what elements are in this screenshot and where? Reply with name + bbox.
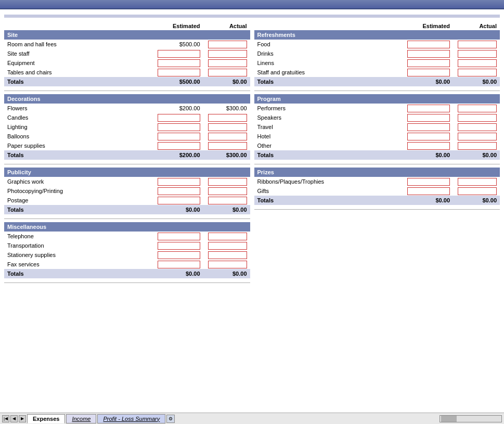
table-row: Other xyxy=(254,141,500,150)
row-actual xyxy=(203,68,250,77)
actual-input[interactable] xyxy=(208,197,247,204)
actual-input[interactable] xyxy=(458,114,497,122)
actual-input[interactable] xyxy=(458,50,497,58)
row-estimated xyxy=(151,132,203,141)
estimated-input[interactable] xyxy=(158,187,200,195)
estimated-input[interactable] xyxy=(407,187,450,195)
estimated-input[interactable] xyxy=(407,69,450,76)
estimated-input[interactable] xyxy=(158,59,200,67)
actual-input[interactable] xyxy=(208,261,247,268)
estimated-input[interactable] xyxy=(158,197,200,204)
actual-input[interactable] xyxy=(208,123,247,131)
estimated-input[interactable] xyxy=(407,50,450,58)
table-row: Speakers xyxy=(254,113,500,122)
row-label: Other xyxy=(254,141,402,150)
estimated-input[interactable] xyxy=(407,114,450,122)
row-estimated: $500.00 xyxy=(151,40,203,49)
estimated-input[interactable] xyxy=(158,114,200,122)
actual-input[interactable] xyxy=(208,133,247,140)
actual-input[interactable] xyxy=(458,59,497,67)
row-label: Linens xyxy=(254,58,402,68)
estimated-input[interactable] xyxy=(158,251,200,259)
estimated-input[interactable] xyxy=(407,41,450,48)
estimated-input[interactable] xyxy=(407,105,450,112)
row-label: Performers xyxy=(254,104,402,113)
row-estimated xyxy=(401,132,453,141)
actual-input[interactable] xyxy=(458,105,497,112)
category-header: Publicity xyxy=(4,168,250,177)
estimated-input[interactable] xyxy=(158,242,200,250)
actual-input[interactable] xyxy=(458,142,497,150)
estimated-input[interactable] xyxy=(158,50,200,58)
row-label: Paper supplies xyxy=(4,141,151,150)
category-table: DecorationsFlowers$200.00$300.00CandlesL… xyxy=(4,94,250,160)
actual-input[interactable] xyxy=(208,69,247,76)
actual-input[interactable] xyxy=(208,114,247,122)
actual-input[interactable] xyxy=(458,178,497,186)
estimated-input[interactable] xyxy=(407,133,450,140)
actual-input[interactable] xyxy=(458,123,497,131)
actual-input[interactable] xyxy=(208,142,247,150)
actual-input[interactable] xyxy=(208,242,247,250)
totals-actual: $300.00 xyxy=(203,150,250,160)
estimated-input[interactable] xyxy=(158,233,200,240)
actual-input[interactable] xyxy=(458,187,497,195)
totals-actual: $0.00 xyxy=(453,196,500,205)
category-table: EstimatedActualSiteRoom and hall fees$50… xyxy=(4,22,250,86)
table-row: Stationery supplies xyxy=(4,250,250,260)
tab-profit-loss[interactable]: Profit - Loss Summary xyxy=(97,414,165,423)
totals-row: Totals$0.00$0.00 xyxy=(4,269,250,278)
totals-row: Totals$0.00$0.00 xyxy=(254,77,500,86)
estimated-input[interactable] xyxy=(407,123,450,131)
category-header-row: Publicity xyxy=(4,168,250,177)
category-header: Miscellaneous xyxy=(4,222,250,232)
row-label: Ribbons/Plaques/Trophies xyxy=(254,177,402,186)
row-estimated xyxy=(401,104,453,113)
row-estimated xyxy=(401,113,453,122)
actual-input[interactable] xyxy=(208,233,247,240)
row-estimated xyxy=(151,186,203,196)
tab-nav-prev[interactable]: ◀ xyxy=(10,415,18,422)
actual-input[interactable] xyxy=(458,133,497,140)
tab-nav-next[interactable]: ▶ xyxy=(19,415,26,422)
actual-input[interactable] xyxy=(208,41,247,48)
table-row: Drinks xyxy=(254,49,500,58)
table-row: Fax services xyxy=(4,260,250,269)
category-header: Site xyxy=(4,30,250,40)
row-label: Equipment xyxy=(4,58,151,68)
category-table: PrizesRibbons/Plaques/TrophiesGiftsTotal… xyxy=(254,168,500,205)
row-actual xyxy=(203,141,250,150)
estimated-input[interactable] xyxy=(158,133,200,140)
totals-row: Totals$0.00$0.00 xyxy=(254,150,500,160)
actual-input[interactable] xyxy=(208,50,247,58)
row-actual xyxy=(453,113,500,122)
tab-nav-first[interactable]: |◀ xyxy=(2,415,9,422)
row-estimated xyxy=(401,58,453,68)
row-label: Fax services xyxy=(4,260,151,269)
row-estimated xyxy=(151,260,203,269)
scrollbar-area xyxy=(177,415,502,422)
estimated-input[interactable] xyxy=(158,69,200,76)
actual-input[interactable] xyxy=(458,41,497,48)
row-actual xyxy=(453,141,500,150)
estimated-input[interactable] xyxy=(158,142,200,150)
estimated-input[interactable] xyxy=(158,261,200,268)
actual-input[interactable] xyxy=(208,178,247,186)
tab-expenses[interactable]: Expenses xyxy=(27,414,65,423)
actual-input[interactable] xyxy=(208,187,247,195)
actual-input[interactable] xyxy=(458,69,497,76)
totals-estimated: $0.00 xyxy=(401,196,453,205)
actual-input[interactable] xyxy=(208,251,247,259)
actual-input[interactable] xyxy=(208,59,247,67)
estimated-input[interactable] xyxy=(158,123,200,131)
horizontal-scrollbar[interactable] xyxy=(440,415,502,422)
col-header-actual: Actual xyxy=(453,22,500,30)
estimated-input[interactable] xyxy=(407,59,450,67)
tab-income[interactable]: Income xyxy=(66,414,96,423)
estimated-input[interactable] xyxy=(407,178,450,186)
row-label: Candles xyxy=(4,113,151,122)
estimated-input[interactable] xyxy=(407,142,450,150)
estimated-input[interactable] xyxy=(158,178,200,186)
tab-icon[interactable]: ⚙ xyxy=(166,415,175,423)
right-budget-column: EstimatedActualRefreshmentsFoodDrinksLin… xyxy=(254,22,500,286)
